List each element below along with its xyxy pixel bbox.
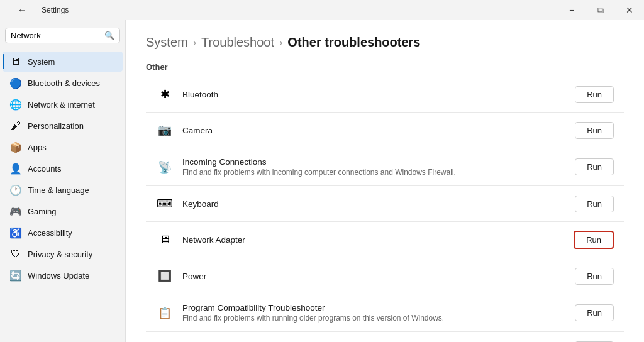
- time-icon: 🕐: [10, 184, 21, 196]
- sidebar-item-label: Windows Update: [28, 271, 89, 280]
- sidebar-item-bluetooth[interactable]: 🔵 Bluetooth & devices: [3, 73, 123, 93]
- search-icon: 🔍: [104, 31, 114, 40]
- camera-item-icon: 📷: [156, 121, 174, 139]
- network-icon: 🌐: [10, 99, 21, 110]
- item-desc: Find and fix problems with running older…: [182, 314, 444, 323]
- troubleshooter-item-power: 🔲 Power Run: [146, 258, 624, 294]
- item-name: Power: [182, 272, 206, 281]
- run-button-bluetooth[interactable]: Run: [575, 86, 614, 103]
- item-name: Incoming Connections: [182, 157, 456, 167]
- apps-icon: 📦: [10, 141, 21, 153]
- run-button-network-adapter[interactable]: Run: [574, 231, 614, 249]
- search-box[interactable]: 🔍: [5, 28, 120, 43]
- item-left: 📋 Program Compatibility Troubleshooter F…: [156, 303, 444, 323]
- breadcrumb-troubleshoot[interactable]: Troubleshoot: [201, 35, 274, 50]
- sidebar-item-privacy[interactable]: 🛡 Privacy & security: [3, 244, 123, 264]
- sidebar-item-system[interactable]: 🖥 System: [3, 52, 123, 72]
- item-name: Keyboard: [182, 199, 219, 209]
- titlebar-controls: − ⧉ ✕: [557, 0, 644, 20]
- run-button-program-compat[interactable]: Run: [575, 304, 614, 321]
- item-left: 🖥 Network Adapter: [156, 231, 245, 249]
- item-name: Program Compatibility Troubleshooter: [182, 303, 444, 312]
- troubleshooter-item-bluetooth: ✱ Bluetooth Run: [146, 77, 624, 113]
- troubleshooter-item-program-compat: 📋 Program Compatibility Troubleshooter F…: [146, 294, 624, 332]
- accounts-icon: 👤: [10, 163, 21, 174]
- power-item-icon: 🔲: [156, 267, 174, 285]
- privacy-icon: 🛡: [10, 248, 21, 260]
- sidebar-item-label: Accessibility: [28, 228, 72, 238]
- minimize-button[interactable]: −: [557, 0, 586, 20]
- sidebar-item-update[interactable]: 🔄 Windows Update: [3, 265, 123, 285]
- restore-button[interactable]: ⧉: [586, 0, 615, 20]
- item-name: Bluetooth: [182, 90, 218, 99]
- network-adapter-item-icon: 🖥: [156, 231, 174, 249]
- breadcrumb-sep-1: ›: [193, 37, 196, 48]
- troubleshooter-item-incoming: 📡 Incoming Connections Find and fix prob…: [146, 148, 624, 186]
- incoming-item-icon: 📡: [156, 158, 174, 176]
- sidebar: 🔍 🖥 System 🔵 Bluetooth & devices 🌐 Netwo…: [0, 20, 126, 342]
- item-left: 🔲 Power: [156, 267, 206, 285]
- item-name: Network Adapter: [182, 235, 245, 245]
- sidebar-item-accounts[interactable]: 👤 Accounts: [3, 158, 123, 179]
- titlebar-title: Settings: [42, 6, 69, 14]
- keyboard-item-icon: ⌨: [156, 195, 174, 212]
- program-compat-item-icon: 📋: [156, 304, 174, 322]
- run-button-keyboard[interactable]: Run: [575, 196, 614, 212]
- close-button[interactable]: ✕: [615, 0, 644, 20]
- troubleshooter-item-keyboard: ⌨ Keyboard Run: [146, 186, 624, 222]
- troubleshooter-item-network-adapter: 🖥 Network Adapter Run: [146, 222, 624, 258]
- breadcrumb-sep-2: ›: [279, 37, 282, 48]
- troubleshooter-item-camera: 📷 Camera Run: [146, 113, 624, 148]
- section-label: Other: [146, 62, 624, 72]
- app-body: 🔍 🖥 System 🔵 Bluetooth & devices 🌐 Netwo…: [0, 20, 644, 342]
- sidebar-item-gaming[interactable]: 🎮 Gaming: [3, 201, 123, 221]
- item-name: Camera: [182, 126, 213, 135]
- item-left: ⌨ Keyboard: [156, 195, 219, 212]
- sidebar-item-apps[interactable]: 📦 Apps: [3, 137, 123, 157]
- breadcrumb-system[interactable]: System: [146, 35, 188, 50]
- sidebar-item-network[interactable]: 🌐 Network & internet: [3, 94, 123, 114]
- breadcrumb: System › Troubleshoot › Other troublesho…: [146, 35, 624, 50]
- bluetooth-icon: 🔵: [10, 77, 21, 89]
- back-button[interactable]: ←: [8, 0, 36, 20]
- sidebar-item-personalization[interactable]: 🖌 Personalization: [3, 116, 123, 136]
- sidebar-item-label: Time & language: [28, 185, 89, 195]
- item-left: ✱ Bluetooth: [156, 86, 218, 103]
- item-desc: Find and fix problems with incoming comp…: [182, 168, 456, 177]
- item-left: 📷 Camera: [156, 121, 213, 139]
- run-button-incoming[interactable]: Run: [575, 158, 614, 175]
- search-input[interactable]: [11, 31, 101, 40]
- bluetooth-item-icon: ✱: [156, 86, 174, 103]
- titlebar-left: ← Settings: [8, 0, 69, 20]
- sidebar-item-label: Apps: [28, 143, 47, 152]
- sidebar-item-label: Network & internet: [28, 100, 95, 109]
- troubleshooter-item-recording: 🎤 Recording Audio Run: [146, 332, 624, 342]
- sidebar-item-label: Bluetooth & devices: [28, 79, 100, 88]
- sidebar-item-accessibility[interactable]: ♿ Accessibility: [3, 223, 123, 243]
- content-area: System › Troubleshoot › Other troublesho…: [126, 20, 644, 342]
- troubleshooter-list: ✱ Bluetooth Run 📷 Camera Run: [146, 77, 624, 342]
- run-button-power[interactable]: Run: [575, 268, 614, 285]
- accessibility-icon: ♿: [10, 227, 21, 238]
- update-icon: 🔄: [10, 270, 21, 281]
- gaming-icon: 🎮: [10, 206, 21, 217]
- breadcrumb-current: Other troubleshooters: [287, 35, 420, 50]
- sidebar-item-label: Privacy & security: [28, 250, 92, 259]
- sidebar-item-label: System: [28, 57, 55, 67]
- item-left: 📡 Incoming Connections Find and fix prob…: [156, 157, 456, 177]
- sidebar-item-time[interactable]: 🕐 Time & language: [3, 180, 123, 200]
- sidebar-item-label: Gaming: [28, 207, 57, 216]
- titlebar: ← Settings − ⧉ ✕: [0, 0, 644, 20]
- system-icon: 🖥: [10, 56, 21, 67]
- personalization-icon: 🖌: [10, 120, 21, 131]
- sidebar-item-label: Accounts: [28, 164, 61, 174]
- run-button-camera[interactable]: Run: [575, 122, 614, 139]
- sidebar-item-label: Personalization: [28, 121, 84, 131]
